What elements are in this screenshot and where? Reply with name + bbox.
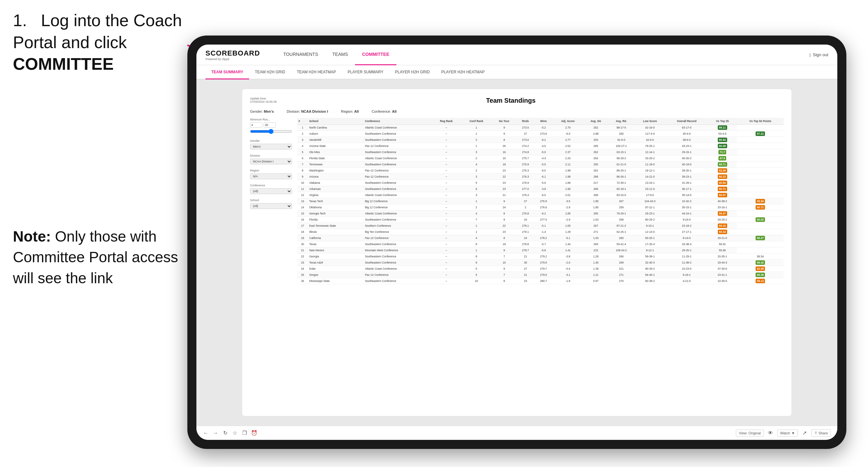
col-wins: Wins [535, 118, 553, 125]
watch-chevron-icon: ▼ [792, 431, 795, 435]
share-icon: ⇧ [814, 431, 817, 435]
update-value: 27/03/2024 16:56:26 [250, 100, 277, 103]
table-row: 21New MexicoMountain West Conference–192… [297, 247, 784, 253]
table-row: 7TennesseeSoutheastern Conference–418275… [297, 161, 784, 167]
table-row: 4Arizona StatePac-12 Conference–126274.2… [297, 143, 784, 149]
standings-table-container: # School Conference Reg Rank Conf Rank N… [297, 118, 784, 284]
col-avg-sg: Avg. SG [583, 118, 609, 125]
col-vs-top-50: Vs Top 50 Points [737, 118, 784, 125]
toolbar-eye[interactable]: 👁 [768, 430, 773, 436]
sidebar-filters: Minimum Rou... Gender Men's [250, 118, 292, 284]
logo-sub: Powered by clippd [206, 58, 260, 61]
table-row: 15Georgia TechAtlantic Coast Conference–… [297, 211, 784, 217]
toolbar-refresh[interactable]: ↻ [222, 430, 228, 436]
conference-select[interactable]: (All) [250, 188, 292, 194]
table-row: 22GeorgiaSoutheastern Conference–8721279… [297, 253, 784, 260]
update-time-label: Update time: 27/03/2024 16:56:26 [250, 97, 277, 103]
step-number: 1. [13, 11, 27, 30]
nav-links: TOURNAMENTS TEAMS COMMITTEE [276, 44, 809, 65]
gender-select[interactable]: Men's Women's [250, 144, 292, 150]
bottom-toolbar: ← → ↻ ☆ ❐ ⏰ View: Original 👁 Watch ▼ ↗ ⇧ [196, 426, 837, 440]
col-reg-rank: Reg Rank [432, 118, 461, 125]
sub-nav-team-h2h-heatmap[interactable]: TEAM H2H HEATMAP [291, 65, 342, 80]
table-row: 6Florida StateAtlantic Coast Conference–… [297, 155, 784, 161]
toolbar-expand[interactable]: ↗ [802, 430, 808, 436]
toolbar-forward[interactable]: → [213, 430, 218, 436]
table-row: 19CaliforniaPac-12 Conference–4824278.2-… [297, 235, 784, 241]
nav-bar: SCOREBOARD Powered by clippd TOURNAMENTS… [196, 44, 837, 65]
col-no-tour: No Tour [492, 118, 517, 125]
note-area: Note: Only those with Committee Portal a… [13, 226, 184, 288]
watch-btn[interactable]: Watch ▼ [777, 430, 798, 437]
table-row: 11ArkansasSoutheastern Conference–623277… [297, 186, 784, 192]
table-row: 2AuburnSoutheastern Conference–1927273.6… [297, 131, 784, 137]
col-conf-rank: Conf Rank [461, 118, 492, 125]
col-overall-record: Overall Record [666, 118, 708, 125]
sub-nav-player-h2h-heatmap[interactable]: PLAYER H2H HEATMAP [435, 65, 490, 80]
instruction-area: 1. Log into the Coach Portal and click C… [13, 10, 194, 85]
table-row: 23Texas A&MSoutheastern Conference–91030… [297, 260, 784, 266]
col-rank: # [297, 118, 308, 125]
division-filter-label: Division: NCAA Division I [287, 110, 328, 113]
sub-nav-player-h2h-grid[interactable]: PLAYER H2H GRID [389, 65, 435, 80]
toolbar-copy[interactable]: ❐ [242, 430, 247, 436]
table-row: 26Mississippi StateSoutheastern Conferen… [297, 278, 784, 284]
share-label: Share [818, 431, 828, 435]
toolbar-back[interactable]: ← [203, 430, 209, 436]
panel-header: Update time: 27/03/2024 16:56:26 Team St… [250, 97, 784, 104]
toolbar-bookmark[interactable]: ☆ [232, 430, 238, 436]
division-select[interactable]: NCAA Division I NCAA Division II [250, 159, 292, 164]
col-rnds: Rnds [517, 118, 535, 125]
update-time-area: Update time: 27/03/2024 16:56:26 [250, 97, 277, 103]
content-panel: Update time: 27/03/2024 16:56:26 Team St… [242, 89, 792, 416]
region-select[interactable]: N/A All [250, 174, 292, 179]
logo-area: SCOREBOARD Powered by clippd [206, 49, 260, 61]
table-row: 17East Tennessee StateSouthern Conferenc… [297, 223, 784, 229]
table-row: 1North CarolinaAtlantic Coast Conference… [297, 125, 784, 131]
min-rounds-max[interactable] [264, 122, 276, 128]
table-row: 12VirginiaAtlantic Coast Conference–3212… [297, 192, 784, 198]
view-original-label: View: Original [739, 431, 761, 435]
table-row: 25OregonPac-12 Conference–5721279.5-3.11… [297, 272, 784, 278]
col-school: School [308, 118, 364, 125]
standings-table: # School Conference Reg Rank Conf Rank N… [297, 118, 784, 284]
nav-tournaments[interactable]: TOURNAMENTS [276, 44, 325, 65]
school-select[interactable]: (All) [250, 203, 292, 209]
sub-nav-team-summary[interactable]: TEAM SUMMARY [206, 65, 249, 80]
region-filter-label: Region: All [341, 110, 359, 113]
min-rounds-slider[interactable] [250, 129, 292, 134]
filter-row: Gender: Men's Division: NCAA Division I … [250, 110, 784, 113]
table-row: 14OklahomaBig 12 Conference–2242276.6-2.… [297, 205, 784, 211]
table-row: 5Ole MissSoutheastern Conference–316274.… [297, 149, 784, 155]
table-row: 13Texas TechBig 12 Conference–1927276.9-… [297, 198, 784, 205]
col-low-score: Low Score [634, 118, 665, 125]
division-filter-group: Division NCAA Division I NCAA Division I… [250, 154, 292, 164]
view-original-btn[interactable]: View: Original [736, 430, 764, 437]
gender-filter-label: Gender: Men's [250, 110, 274, 113]
panel-title: Team Standings [277, 97, 745, 104]
table-row: 3VanderbiltSoutheastern Conference–28273… [297, 137, 784, 143]
nav-committee[interactable]: COMMITTEE [355, 44, 396, 65]
sub-nav-team-h2h-grid[interactable]: TEAM H2H GRID [249, 65, 291, 80]
share-btn[interactable]: ⇧ Share [811, 429, 831, 437]
tablet-screen: SCOREBOARD Powered by clippd TOURNAMENTS… [196, 44, 837, 440]
content-body: Minimum Rou... Gender Men's [250, 118, 784, 284]
sign-out-link[interactable]: Sign out [813, 52, 828, 57]
nav-teams[interactable]: TEAMS [325, 44, 355, 65]
table-row: 18IllinoisBig Ten Conference–123279.1-1.… [297, 229, 784, 235]
conference-filter-group: Conference (All) [250, 184, 292, 194]
col-vs-top-25: Vs Top 25 [708, 118, 737, 125]
table-row: 24DukeAtlantic Coast Conference–5927279.… [297, 266, 784, 272]
col-adj-score: Adj. Score [552, 118, 583, 125]
sub-nav: TEAM SUMMARY TEAM H2H GRID TEAM H2H HEAT… [196, 65, 837, 80]
tablet-frame: SCOREBOARD Powered by clippd TOURNAMENTS… [187, 35, 846, 449]
min-rounds-min[interactable] [250, 122, 262, 128]
note-bold: Note: [13, 228, 51, 245]
min-rounds-filter: Minimum Rou... [250, 118, 292, 135]
table-row: 8WashingtonPac-12 Conference–223276.3-6.… [297, 167, 784, 174]
conference-filter-label: Conference: All [372, 110, 397, 113]
sub-nav-player-summary[interactable]: PLAYER SUMMARY [342, 65, 389, 80]
toolbar-clock[interactable]: ⏰ [251, 430, 257, 436]
watch-label: Watch [780, 431, 790, 435]
table-row: 9ArizonaPac-12 Conference–322276.3-6.11.… [297, 174, 784, 180]
